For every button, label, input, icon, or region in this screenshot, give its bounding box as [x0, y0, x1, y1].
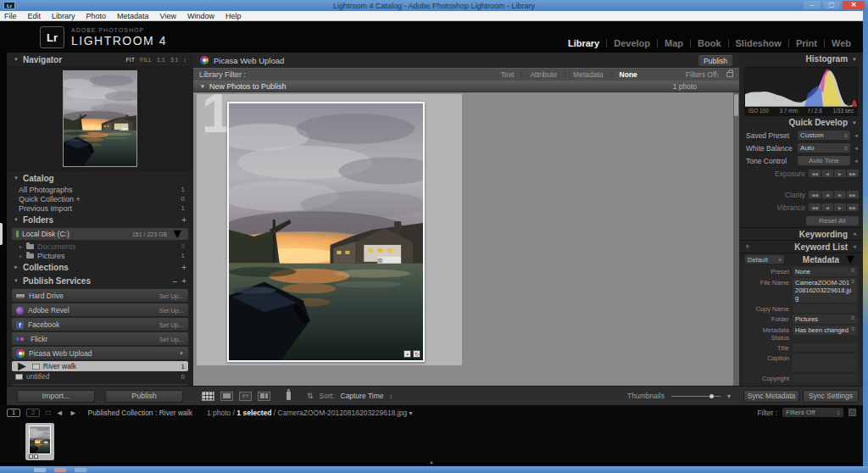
sort-direction-icon[interactable]: ⇅ — [307, 392, 314, 400]
minimize-button[interactable]: – — [804, 1, 821, 9]
zoom-fit[interactable]: FIT — [126, 57, 136, 63]
metadata-header[interactable]: Default ≡ Metadata ▼ — [739, 253, 863, 265]
navigator-thumbnail[interactable] — [63, 70, 137, 167]
step-forward-double[interactable]: ▶▶ — [847, 191, 859, 198]
filmstrip-photo[interactable] — [29, 426, 51, 454]
title-value[interactable] — [793, 343, 857, 352]
photo-thumbnail[interactable]: ▪ ↻ — [227, 102, 425, 362]
left-panel-reveal-handle[interactable] — [0, 223, 3, 245]
filter-tab-none[interactable]: None — [612, 70, 645, 79]
setup-link[interactable]: Set Up... — [159, 307, 184, 314]
close-button[interactable]: ✕ — [843, 1, 865, 9]
caption-value[interactable] — [793, 353, 857, 372]
maximize-button[interactable]: ▢ — [823, 1, 840, 9]
compare-view-icon[interactable]: XY — [239, 392, 252, 401]
filter-preset-dropdown[interactable]: Filters Off — [686, 70, 717, 79]
monitor-1-button[interactable]: 1 — [7, 409, 20, 417]
add-service-button[interactable]: + — [181, 276, 186, 286]
menu-library[interactable]: Library — [52, 12, 75, 20]
import-button[interactable]: Import... — [17, 390, 95, 403]
histogram-display[interactable]: ISO 100 3.7 mm f / 2.6 1/33 sec — [744, 67, 858, 116]
service-picasa[interactable]: Picasa Web Upload ▼ — [12, 347, 188, 359]
publish-services-header[interactable]: ▼ Publish Services – + — [7, 274, 193, 287]
quick-develop-header[interactable]: Quick Develop ▼ — [739, 116, 863, 129]
filmstrip-selection-info[interactable]: 1 photo / 1 selected / CameraZOOM-201208… — [207, 409, 413, 417]
keyword-list-header[interactable]: + Keyword List ◄ — [739, 240, 863, 253]
step-forward[interactable]: ▶ — [834, 203, 846, 211]
menu-metadata[interactable]: Metadata — [117, 12, 149, 20]
disclosure-icon[interactable]: ► — [19, 253, 23, 259]
folder-documents[interactable]: ► Documents 0 — [7, 242, 193, 251]
module-develop[interactable]: Develop — [607, 38, 657, 48]
catalog-all-photographs[interactable]: All Photographs 1 — [7, 185, 193, 194]
service-facebook[interactable]: f Facebook Set Up... — [12, 318, 188, 331]
panel-switch-icon[interactable]: ◄ — [854, 133, 859, 138]
add-folder-button[interactable]: + — [181, 215, 186, 225]
step-back[interactable]: ◀ — [821, 170, 833, 177]
menu-view[interactable]: View — [160, 12, 176, 20]
module-slideshow[interactable]: Slideshow — [729, 38, 788, 48]
folder-value[interactable]: Pictures ≡ — [793, 314, 857, 324]
scrollbar-thumb[interactable] — [734, 94, 738, 116]
menu-photo[interactable]: Photo — [86, 12, 107, 20]
thumbnail-size-slider[interactable] — [671, 396, 721, 397]
survey-view-icon[interactable] — [258, 392, 270, 401]
filter-tab-attribute[interactable]: Attribute — [522, 70, 565, 79]
service-flickr[interactable]: Flickr Set Up... — [12, 332, 188, 345]
step-back[interactable]: ◀ — [821, 191, 833, 198]
publish-now-button[interactable]: Publish — [698, 55, 732, 66]
grid-cell-selected[interactable]: 1 ▪ ↻ — [197, 94, 462, 365]
sync-metadata-button[interactable]: Sync Metadata — [743, 390, 799, 403]
panel-switch-icon[interactable]: ◄ — [854, 146, 859, 151]
filmstrip-breadcrumb[interactable]: Published Collection : River walk — [88, 409, 192, 417]
forward-arrow-icon[interactable]: ► — [70, 409, 77, 417]
saved-preset-dropdown[interactable]: Custom ≡ — [798, 131, 850, 140]
monitor-2-button[interactable]: 2 — [26, 409, 40, 417]
zoom-1-1[interactable]: 1:1 — [157, 57, 165, 63]
catalog-quick-collection[interactable]: Quick Collection + 0 — [7, 194, 193, 203]
navigator-preview[interactable] — [7, 66, 193, 171]
zoom-3-1[interactable]: 3:1 — [170, 57, 179, 63]
loupe-view-icon[interactable] — [220, 392, 233, 401]
taskbar-icon[interactable] — [54, 468, 66, 472]
action-icon[interactable]: ≡ — [851, 326, 854, 331]
metadata-view-dropdown[interactable]: Default ≡ — [745, 255, 784, 264]
add-keyword-button[interactable]: + — [745, 242, 749, 251]
collapse-icon[interactable]: ▼ — [179, 351, 184, 356]
setup-link[interactable]: Set Up... — [159, 321, 184, 329]
remove-service-button[interactable]: – — [173, 276, 178, 286]
grid-scrollbar[interactable] — [733, 92, 739, 386]
setup-link[interactable]: Set Up... — [159, 292, 184, 300]
grid-shortcut-icon[interactable]: ∷ — [46, 409, 50, 417]
menu-file[interactable]: File — [4, 12, 17, 20]
histogram-header[interactable]: Histogram ▼ — [739, 53, 863, 65]
panel-switch-icon[interactable]: ◄ — [852, 244, 857, 249]
disclosure-icon[interactable]: ► — [19, 244, 23, 249]
publish-button[interactable]: Publish — [105, 390, 183, 403]
menu-edit[interactable]: Edit — [28, 12, 42, 20]
module-book[interactable]: Book — [691, 38, 728, 48]
preset-value[interactable]: None ≡ — [793, 267, 857, 276]
step-forward-double[interactable]: ▶▶ — [847, 170, 859, 177]
metadata-status-value[interactable]: Has been changed ≡ — [793, 326, 857, 335]
step-back-double[interactable]: ◀◀ — [809, 170, 821, 177]
copy-name-value[interactable] — [793, 304, 857, 313]
step-forward-double[interactable]: ▶▶ — [847, 203, 859, 211]
menu-help[interactable]: Help — [225, 12, 242, 20]
taskbar-icon[interactable] — [75, 468, 86, 472]
module-web[interactable]: Web — [825, 38, 858, 48]
publish-collection-river-walk[interactable]: ► River walk 1 — [12, 361, 188, 371]
filmstrip-filter-dropdown[interactable]: Filters Off ≡ — [782, 408, 843, 417]
folders-header[interactable]: ▼ Folders + — [7, 213, 193, 226]
step-forward[interactable]: ▶ — [834, 170, 846, 177]
keywording-header[interactable]: Keywording ◄ — [739, 227, 863, 240]
setup-link[interactable]: Set Up... — [159, 336, 184, 343]
add-collection-button[interactable]: + — [181, 263, 186, 272]
collections-header[interactable]: ► Collections + — [7, 260, 193, 274]
comment-badge-icon[interactable]: ▪ — [403, 350, 411, 358]
grid-view-icon[interactable] — [202, 392, 214, 401]
sync-settings-button[interactable]: Sync Settings — [803, 390, 859, 403]
catalog-previous-import[interactable]: Previous Import 1 — [7, 203, 193, 213]
step-back-double[interactable]: ◀◀ — [809, 191, 821, 198]
step-back[interactable]: ◀ — [821, 203, 833, 211]
